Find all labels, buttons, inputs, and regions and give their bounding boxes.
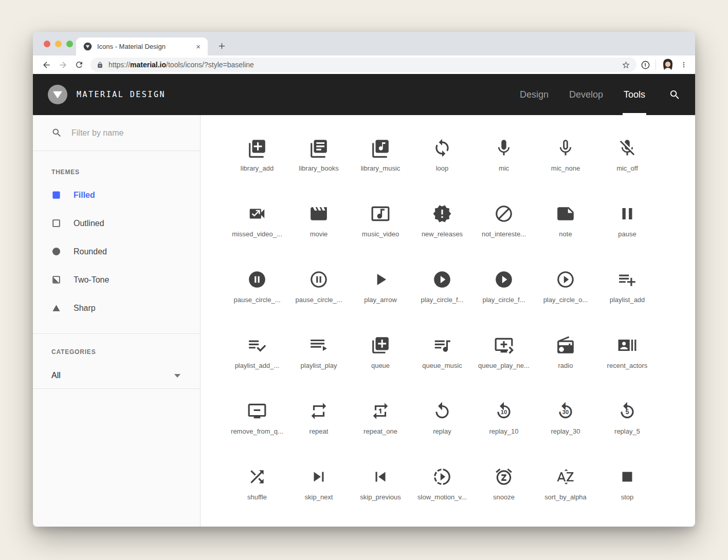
categories-label: CATEGORIES bbox=[51, 348, 200, 356]
icon-cell-playlist_add_[interactable]: playlist_add_... bbox=[226, 320, 288, 385]
icon-label: play_arrow bbox=[364, 296, 397, 304]
icon-label: queue_play_ne... bbox=[478, 362, 530, 369]
icon-label: snooze bbox=[493, 493, 515, 501]
bookmark-button[interactable] bbox=[622, 61, 630, 69]
theme-item-label: Filled bbox=[74, 191, 95, 200]
nav-item-tools[interactable]: Tools bbox=[613, 74, 656, 115]
skip_next-icon bbox=[309, 467, 329, 487]
extension-icon bbox=[641, 60, 650, 70]
icon-label: sort_by_alpha bbox=[544, 493, 587, 501]
extension-button[interactable] bbox=[641, 60, 650, 70]
icon-cell-queue[interactable]: queue bbox=[350, 320, 411, 385]
url-text: https://material.io/tools/icons/?style=b… bbox=[108, 61, 254, 69]
outlined-square-icon bbox=[51, 218, 61, 228]
icon-cell-queue_play_ne[interactable]: queue_play_ne... bbox=[473, 320, 535, 385]
icon-cell-pause[interactable]: pause bbox=[596, 188, 658, 254]
icon-cell-play_arrow[interactable]: play_arrow bbox=[350, 254, 411, 320]
icon-cell-missed_video_[interactable]: missed_video_... bbox=[226, 188, 288, 254]
icon-cell-play_circle_f[interactable]: play_circle_f... bbox=[473, 254, 535, 320]
icon-cell-skip_next[interactable]: skip_next bbox=[288, 451, 350, 517]
icon-cell-replay_5[interactable]: 5replay_5 bbox=[596, 385, 658, 451]
zoom-window-button[interactable] bbox=[66, 41, 73, 47]
new-tab-button[interactable] bbox=[215, 39, 228, 52]
mic_off-icon bbox=[617, 138, 637, 158]
icon-cell-sort_by_alpha[interactable]: sort_by_alpha bbox=[535, 451, 596, 517]
theme-item-label: Sharp bbox=[74, 304, 96, 313]
icon-cell-pause_circle_[interactable]: pause_circle_... bbox=[288, 254, 350, 320]
avatar[interactable] bbox=[661, 58, 675, 71]
theme-item-outlined[interactable]: Outlined bbox=[51, 209, 200, 237]
icon-cell-repeat_one[interactable]: repeat_one bbox=[350, 385, 411, 451]
icon-cell-mic[interactable]: mic bbox=[473, 122, 535, 188]
close-window-button[interactable] bbox=[44, 41, 50, 47]
icon-cell-playlist_add[interactable]: playlist_add bbox=[596, 254, 658, 320]
icon-label: note bbox=[559, 230, 572, 238]
icon-label: shuffle bbox=[247, 493, 267, 501]
library_add-icon bbox=[247, 138, 267, 158]
icon-cell-mic_none[interactable]: mic_none bbox=[535, 122, 596, 188]
address-bar[interactable]: https://material.io/tools/icons/?style=b… bbox=[90, 58, 636, 72]
theme-item-filled[interactable]: Filled bbox=[51, 181, 200, 209]
icon-cell-repeat[interactable]: repeat bbox=[288, 385, 350, 451]
icon-cell-playlist_play[interactable]: playlist_play bbox=[288, 320, 350, 385]
replay-icon: 10 bbox=[494, 401, 514, 421]
icon-grid: library_addlibrary_bookslibrary_musicloo… bbox=[226, 122, 695, 517]
theme-item-rounded[interactable]: Rounded bbox=[51, 237, 200, 266]
icon-cell-recent_actors[interactable]: recent_actors bbox=[596, 320, 658, 385]
playlist_add-icon bbox=[617, 270, 637, 289]
tab-close-icon[interactable]: × bbox=[194, 42, 203, 51]
icon-cell-stop[interactable]: stop bbox=[596, 451, 658, 517]
queue_play_next-icon bbox=[494, 335, 514, 355]
icon-cell-pause_circle_[interactable]: pause_circle_... bbox=[226, 254, 288, 320]
theme-item-sharp[interactable]: Sharp bbox=[51, 294, 200, 322]
shuffle-icon bbox=[247, 467, 267, 487]
url-path: /tools/icons/?style=baseline bbox=[166, 61, 254, 69]
icon-cell-snooze[interactable]: snooze bbox=[473, 451, 535, 517]
icon-cell-replay_10[interactable]: 10replay_10 bbox=[473, 385, 535, 451]
icon-cell-library_add[interactable]: library_add bbox=[226, 122, 288, 188]
icon-cell-play_circle_f[interactable]: play_circle_f... bbox=[411, 254, 473, 320]
icon-cell-slow_motion_v[interactable]: slow_motion_v... bbox=[411, 451, 473, 517]
minimize-window-button[interactable] bbox=[55, 41, 62, 47]
icon-cell-music_video[interactable]: music_video bbox=[350, 188, 411, 254]
replay-icon: 30 bbox=[556, 401, 575, 421]
icon-cell-radio[interactable]: radio bbox=[535, 320, 596, 385]
header-search-button[interactable] bbox=[669, 89, 681, 101]
back-button[interactable] bbox=[38, 57, 54, 72]
icon-cell-movie[interactable]: movie bbox=[288, 188, 350, 254]
pause_circle_outline-icon bbox=[309, 270, 329, 289]
icon-cell-mic_off[interactable]: mic_off bbox=[596, 122, 658, 188]
forward-button[interactable] bbox=[54, 57, 71, 72]
material-design-logo[interactable] bbox=[48, 85, 67, 104]
music_video-icon bbox=[371, 204, 390, 223]
icon-cell-play_circle_o[interactable]: play_circle_o... bbox=[535, 254, 596, 320]
icon-cell-queue_music[interactable]: queue_music bbox=[411, 320, 473, 385]
icon-cell-library_books[interactable]: library_books bbox=[288, 122, 350, 188]
filter-by-name-input[interactable] bbox=[71, 128, 185, 138]
icon-cell-skip_previous[interactable]: skip_previous bbox=[350, 451, 411, 517]
browser-menu-button[interactable] bbox=[680, 61, 688, 69]
icon-cell-library_music[interactable]: library_music bbox=[350, 122, 411, 188]
reload-button[interactable] bbox=[71, 57, 87, 72]
icon-label: library_add bbox=[241, 164, 274, 172]
nav-item-develop[interactable]: Develop bbox=[559, 74, 613, 115]
icon-cell-shuffle[interactable]: shuffle bbox=[226, 451, 288, 517]
icon-cell-replay[interactable]: replay bbox=[411, 385, 473, 451]
mic_none-icon bbox=[556, 138, 575, 158]
icon-cell-replay_30[interactable]: 30replay_30 bbox=[535, 385, 596, 451]
icon-cell-remove_from_q[interactable]: remove_from_q... bbox=[226, 385, 288, 451]
toolbar-divider bbox=[656, 60, 656, 70]
nav-item-design[interactable]: Design bbox=[509, 74, 559, 115]
icon-cell-new_releases[interactable]: new_releases bbox=[411, 188, 473, 254]
icon-cell-note[interactable]: note bbox=[535, 188, 596, 254]
browser-tab[interactable]: Icons - Material Design × bbox=[76, 38, 208, 55]
star-icon bbox=[622, 61, 630, 69]
filter-search-icon bbox=[51, 127, 62, 138]
theme-item-two-tone[interactable]: Two-Tone bbox=[51, 266, 200, 294]
note-icon bbox=[556, 204, 575, 223]
icon-cell-not_intereste[interactable]: not_intereste... bbox=[473, 188, 535, 254]
category-select[interactable]: All bbox=[51, 363, 200, 388]
url-domain: material.io bbox=[130, 61, 166, 69]
icon-cell-loop[interactable]: loop bbox=[411, 122, 473, 188]
themes-section: THEMES FilledOutlinedRoundedTwo-ToneShar… bbox=[33, 151, 200, 333]
